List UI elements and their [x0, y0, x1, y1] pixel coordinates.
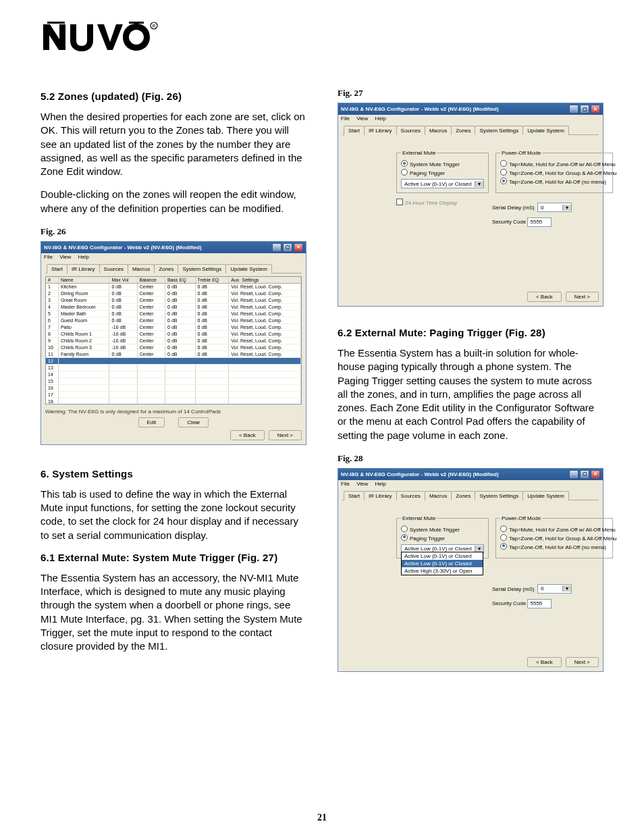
power-opt3-radio[interactable]: Tap=Zone-Off, Hold for All-Off (no menu) [500, 543, 608, 550]
mute-mode-combo[interactable]: Active Low (0-1V) or Closed▾ Active Low … [401, 543, 484, 554]
tab-strip: Start IR Library Sources Macros Zones Sy… [342, 125, 599, 135]
table-row[interactable]: 10Childs Room 3-16 dBCenter0 dB0 dBVol. … [46, 344, 301, 350]
next-button[interactable]: Next > [566, 657, 599, 667]
table-row[interactable]: 12 [46, 357, 301, 364]
power-opt1-radio[interactable]: Tap=Mute, Hold for Zone-Off w/ All-Off M… [500, 525, 608, 533]
menubar[interactable]: File View Help [338, 480, 603, 488]
serial-delay-label: Serial Delay (mS) 0▾ [492, 583, 572, 594]
serial-delay-combo[interactable]: 0▾ [537, 584, 572, 594]
tab-update-system[interactable]: Update System [522, 126, 569, 135]
svg-text:R: R [152, 24, 155, 28]
minimize-icon[interactable]: _ [569, 105, 579, 113]
fig28-window: NV-I8G & NV-E6G Configurator - Webb v2 (… [338, 468, 603, 672]
power-off-group: Power-Off Mode Tap=Mute, Hold for Zone-O… [495, 150, 613, 193]
tab-zones[interactable]: Zones [451, 491, 475, 500]
tab-system-settings[interactable]: System Settings [475, 126, 523, 135]
fig26-window: NV-I8G & NV-E6G Configurator - Webb v2 (… [41, 241, 306, 445]
clear-button[interactable]: Clear [178, 417, 209, 427]
maximize-icon[interactable]: ▢ [283, 243, 292, 252]
serial-delay-combo[interactable]: 0▾ [537, 203, 572, 212]
table-row[interactable]: 6Guest Room0 dBCenter0 dB0 dBVol. Reset,… [46, 317, 301, 323]
close-icon[interactable]: ✕ [591, 105, 600, 113]
heading-6-2: 6.2 External Mute: Paging Trigger (Fig. … [338, 327, 603, 338]
table-row[interactable]: 4Master Bedroom0 dBCenter0 dB0 dBVol. Re… [46, 303, 301, 310]
external-mute-group: External Mute System Mute Trigger Paging… [396, 150, 489, 193]
close-icon[interactable]: ✕ [294, 243, 303, 252]
table-row[interactable]: 15 [46, 377, 301, 384]
table-row[interactable]: 2Dining Room0 dBCenter0 dB0 dBVol. Reset… [46, 290, 301, 296]
menu-view: View [356, 481, 368, 487]
power-opt2-radio[interactable]: Tap=Zone-Off, Hold for Group & All-Off M… [500, 169, 608, 176]
paging-trigger-radio[interactable]: Paging Trigger [401, 169, 484, 176]
menu-file: File [44, 254, 53, 260]
tab-macros[interactable]: Macros [425, 491, 452, 500]
next-button[interactable]: Next > [269, 430, 302, 440]
tab-start[interactable]: Start [47, 264, 68, 273]
menu-view: View [356, 115, 368, 122]
table-row[interactable]: 1Kitchen0 dBCenter0 dB0 dBVol. Reset, Lo… [46, 283, 301, 290]
mute-mode-combo[interactable]: Active Low (0-1V) or Closed▾ [401, 179, 484, 188]
tab-update-system[interactable]: Update System [225, 264, 272, 273]
menubar[interactable]: File View Help [338, 115, 603, 122]
table-row[interactable]: 3Great Room0 dBCenter0 dB0 dBVol. Reset,… [46, 296, 301, 303]
power-opt2-radio[interactable]: Tap=Zone-Off, Hold for Group & All-Off M… [500, 534, 608, 542]
zones-table[interactable]: #NameMax VolBalanceBass EQTreble EQAux. … [45, 276, 302, 405]
table-row[interactable]: 5Master Bath0 dBCenter0 dB0 dBVol. Reset… [46, 310, 301, 317]
table-row[interactable]: 16 [46, 384, 301, 391]
tab-start[interactable]: Start [344, 491, 365, 500]
security-code-label: Security Code 5555 [492, 217, 572, 227]
system-mute-radio[interactable]: System Mute Trigger [401, 160, 484, 167]
tab-update-system[interactable]: Update System [522, 491, 569, 500]
tab-ir-library[interactable]: IR Library [364, 491, 397, 500]
tab-ir-library[interactable]: IR Library [364, 126, 397, 135]
table-row[interactable]: 8Childs Room 1-16 dBCenter0 dB0 dBVol. R… [46, 330, 301, 337]
back-button[interactable]: < Back [527, 657, 562, 667]
external-mute-legend: External Mute [401, 515, 437, 521]
menu-file: File [341, 481, 350, 487]
table-row[interactable]: 13 [46, 364, 301, 371]
paging-trigger-radio[interactable]: Paging Trigger [401, 534, 484, 542]
table-row[interactable]: 9Childs Room 2-16 dBCenter0 dB0 dBVol. R… [46, 337, 301, 344]
tab-ir-library[interactable]: IR Library [67, 264, 100, 273]
minimize-icon[interactable]: _ [272, 243, 281, 252]
table-row[interactable]: 7Patio-16 dBCenter0 dB0 dBVol. Reset, Lo… [46, 323, 301, 330]
para-6-2: The Essentia System has a built-in solut… [338, 346, 603, 442]
power-off-legend: Power-Off Mode [500, 515, 542, 521]
minimize-icon[interactable]: _ [569, 470, 579, 479]
security-code-input[interactable]: 5555 [527, 217, 552, 227]
table-row[interactable]: 18 [46, 398, 301, 405]
edit-button[interactable]: Edit [138, 417, 165, 427]
tab-system-settings[interactable]: System Settings [178, 264, 226, 273]
close-icon[interactable]: ✕ [591, 470, 600, 479]
back-button[interactable]: < Back [527, 292, 562, 302]
maximize-icon[interactable]: ▢ [580, 470, 589, 479]
power-opt1-radio[interactable]: Tap=Mute, Hold for Zone-Off w/ All-Off M… [500, 160, 608, 167]
power-opt3-radio[interactable]: Tap=Zone-Off, Hold for All-Off (no menu) [500, 178, 608, 185]
maximize-icon[interactable]: ▢ [580, 105, 589, 113]
table-row[interactable]: 17 [46, 391, 301, 398]
para-6: This tab is used to define the way in wh… [41, 488, 306, 542]
brand-logo: R [41, 22, 603, 51]
table-row[interactable]: 11Family Room0 dBCenter0 dB0 dBVol. Rese… [46, 350, 301, 357]
next-button[interactable]: Next > [566, 292, 599, 302]
tab-sources[interactable]: Sources [396, 491, 425, 500]
tab-zones[interactable]: Zones [451, 126, 475, 135]
tab-system-settings[interactable]: System Settings [475, 491, 523, 500]
tab-sources[interactable]: Sources [396, 126, 425, 135]
system-mute-radio[interactable]: System Mute Trigger [401, 525, 484, 533]
tab-start[interactable]: Start [344, 126, 365, 135]
tab-macros[interactable]: Macros [128, 264, 155, 273]
chevron-down-icon: ▾ [475, 181, 483, 187]
menubar[interactable]: File View Help [41, 253, 306, 261]
table-header: Balance [137, 277, 165, 284]
mute-mode-options[interactable]: Active Low (0-1V) or Closed Active Low (… [401, 552, 483, 575]
back-button[interactable]: < Back [230, 430, 265, 440]
tab-zones[interactable]: Zones [154, 264, 178, 273]
heading-6: 6. System Settings [41, 468, 306, 479]
table-row[interactable]: 14 [46, 371, 301, 377]
fig27-window: NV-I8G & NV-E6G Configurator - Webb v2 (… [338, 103, 603, 307]
time-display-checkbox[interactable]: 24-Hour Time Display [396, 199, 485, 206]
tab-macros[interactable]: Macros [425, 126, 452, 135]
tab-sources[interactable]: Sources [99, 264, 128, 273]
security-code-input[interactable]: 5555 [527, 599, 552, 608]
